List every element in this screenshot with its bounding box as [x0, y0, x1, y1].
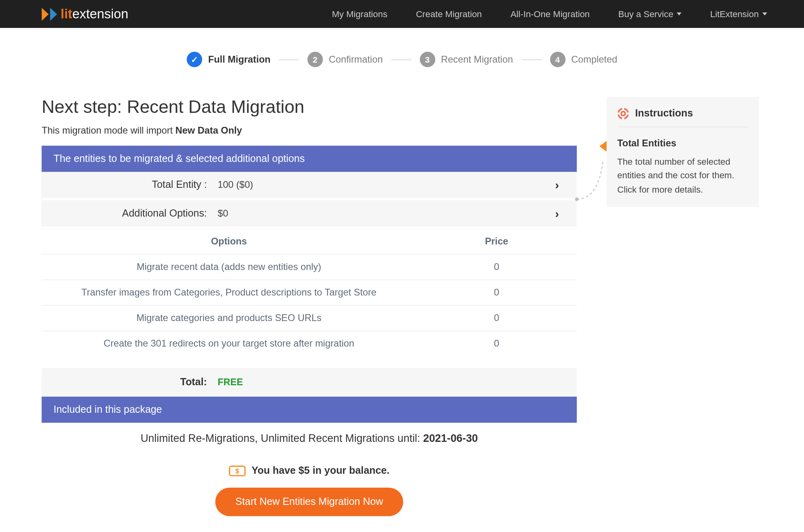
chevron-down-icon: [677, 12, 682, 15]
step-separator: [279, 59, 299, 59]
svg-marker-1: [50, 8, 57, 21]
total-entity-row[interactable]: Total Entity : 100 ($0) ›: [41, 172, 577, 201]
options-header: Options: [41, 236, 416, 247]
topnav: My Migrations Create Migration All-In-On…: [319, 0, 804, 28]
price-header: Price: [416, 236, 577, 247]
option-row: Transfer images from Categories, Product…: [41, 280, 577, 305]
topbar: litextension My Migrations Create Migrat…: [0, 0, 804, 28]
step-full-migration[interactable]: ✓ Full Migration: [187, 52, 270, 67]
instructions-heading: Instructions: [635, 108, 693, 120]
option-price: 0: [416, 262, 577, 272]
logo-text: litextension: [61, 6, 128, 22]
balance-row: $ You have $5 in your balance.: [41, 454, 577, 483]
package-line-text: Unlimited Re-Migrations, Unlimited Recen…: [140, 432, 423, 444]
start-migration-button[interactable]: Start New Entities Migration Now: [215, 488, 403, 516]
svg-marker-0: [41, 8, 48, 21]
nav-label: My Migrations: [332, 9, 387, 19]
step-confirmation[interactable]: 2 Confirmation: [307, 52, 383, 67]
add-options-label: Additional Options:: [52, 207, 207, 219]
total-value: FREE: [207, 377, 243, 388]
nav-buy-service[interactable]: Buy a Service: [605, 0, 695, 28]
nav-all-in-one[interactable]: All-In-One Migration: [497, 0, 603, 28]
step-number: 3: [420, 52, 435, 67]
chevron-right-icon: ›: [555, 207, 559, 220]
total-entity-value: 100 ($0): [207, 179, 253, 190]
logo[interactable]: litextension: [41, 6, 128, 22]
step-number: 4: [550, 52, 566, 67]
additional-options-row[interactable]: Additional Options: $0 ›: [41, 201, 577, 229]
option-price: 0: [416, 338, 577, 349]
nav-label: LitExtension: [710, 9, 759, 19]
option-text: Migrate categories and products SEO URLs: [41, 313, 416, 323]
total-row: Total: FREE: [41, 368, 577, 397]
svg-rect-7: [617, 112, 620, 114]
option-row: Migrate categories and products SEO URLs…: [41, 305, 577, 331]
instructions-text: The total number of selected entities an…: [617, 155, 748, 196]
total-entity-label: Total Entity :: [52, 179, 207, 191]
arrow-left-icon: [599, 141, 607, 152]
check-icon: ✓: [187, 52, 202, 67]
nav-label: Create Migration: [416, 9, 482, 19]
option-price: 0: [416, 313, 577, 323]
step-label: Completed: [571, 54, 617, 65]
money-icon: $: [229, 466, 246, 477]
step-separator: [521, 59, 542, 59]
logo-icon: [41, 8, 57, 21]
chevron-down-icon: [763, 12, 767, 15]
lifebuoy-icon: [617, 108, 629, 120]
option-row: Create the 301 redirects on your target …: [41, 331, 577, 357]
instructions-heading-row: Instructions: [617, 108, 748, 127]
option-text: Transfer images from Categories, Product…: [41, 287, 416, 298]
nav-my-migrations[interactable]: My Migrations: [319, 0, 400, 28]
subtitle-bold: New Data Only: [175, 126, 242, 136]
entities-header: The entities to be migrated & selected a…: [41, 146, 577, 172]
page-title: Next step: Recent Data Migration: [41, 97, 577, 117]
svg-point-4: [621, 112, 625, 116]
total-label: Total:: [52, 376, 207, 388]
option-row: Migrate recent data (adds new entities o…: [41, 254, 577, 280]
package-header: Included in this package: [41, 397, 577, 423]
add-options-value: $0: [207, 208, 228, 219]
svg-rect-8: [626, 112, 629, 114]
step-label: Full Migration: [208, 54, 270, 65]
option-price: 0: [416, 287, 577, 298]
subtitle-text: This migration mode will import: [41, 126, 175, 136]
nav-label: All-In-One Migration: [510, 9, 590, 19]
nav-label: Buy a Service: [618, 9, 673, 19]
svg-rect-5: [622, 108, 624, 110]
step-number: 2: [307, 52, 323, 67]
instructions-subheading: Total Entities: [617, 138, 748, 149]
step-label: Recent Migration: [441, 54, 513, 65]
option-text: Migrate recent data (adds new entities o…: [41, 262, 416, 272]
package-line: Unlimited Re-Migrations, Unlimited Recen…: [41, 423, 577, 454]
step-separator: [391, 59, 412, 59]
balance-text: You have $5 in your balance.: [252, 465, 390, 477]
package-line-date: 2021-06-30: [423, 432, 478, 444]
nav-create-migration[interactable]: Create Migration: [403, 0, 495, 28]
step-label: Confirmation: [329, 54, 382, 65]
option-text: Create the 301 redirects on your target …: [41, 338, 416, 349]
step-completed[interactable]: 4 Completed: [550, 52, 617, 67]
logo-text-lit: lit: [61, 6, 72, 22]
step-recent-migration[interactable]: 3 Recent Migration: [420, 52, 513, 67]
main-column: Next step: Recent Data Migration This mi…: [41, 97, 577, 528]
logo-text-ext: extension: [72, 6, 128, 22]
nav-litextension[interactable]: LitExtension: [697, 0, 780, 28]
instructions-panel: Instructions Total Entities The total nu…: [607, 97, 759, 207]
svg-rect-6: [622, 116, 624, 119]
option-header-row: Options Price: [41, 229, 577, 254]
chevron-right-icon: ›: [555, 178, 559, 192]
stepper: ✓ Full Migration 2 Confirmation 3 Recent…: [41, 52, 762, 67]
page-subtitle: This migration mode will import New Data…: [41, 126, 577, 136]
